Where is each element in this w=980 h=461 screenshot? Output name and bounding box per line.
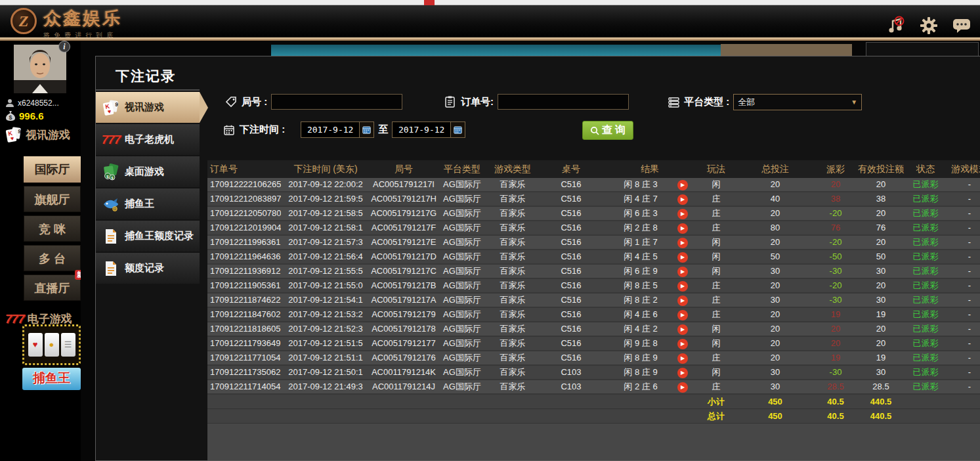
hall-item-flagship[interactable]: 旗舰厅 (24, 186, 81, 212)
cell-result: 闲 2 庄 8▶ (604, 221, 696, 234)
tab-table-games[interactable]: $ $ 桌面游戏 (96, 156, 200, 187)
cell-empty (281, 409, 370, 423)
cell-empty (947, 395, 980, 408)
cell-total-bet: 30 (736, 366, 814, 379)
cell-empty (604, 409, 696, 423)
cell-game: 百家乐 (487, 236, 538, 249)
table-row: 1709122117710542017-09-12 21:51:1AC00517… (207, 351, 980, 366)
cell-game: 百家乐 (487, 322, 538, 336)
column-header: 下注时间 (美东) (281, 160, 370, 178)
tab-credit-records[interactable]: 额度记录 (96, 253, 200, 284)
brand-logo-icon[interactable]: Z (11, 8, 37, 34)
cell-time: 2017-09-12 21:52:3 (281, 322, 370, 336)
bet-time-label: 下注时间 : (240, 123, 285, 136)
tab-fishing-credit-records[interactable]: 捕鱼王额度记录 (96, 221, 200, 252)
result-text: 闲 2 庄 6 (604, 380, 677, 393)
round-number-input[interactable] (271, 94, 402, 110)
order-number-field-group: 订单号: (445, 94, 629, 110)
cell-total-bet: 20 (736, 351, 814, 364)
result-text: 闲 8 庄 5 (604, 279, 677, 292)
cell-game-mode: - (947, 366, 980, 379)
sidebar-section-video[interactable]: 9 K ♥ 视讯游戏 (5, 126, 70, 143)
play-video-icon[interactable]: ▶ (677, 324, 688, 335)
cell-table: C516 (538, 337, 604, 350)
hall-item-jingmi[interactable]: 竞 咪 (24, 215, 81, 242)
cell-valid-bet: 30 (857, 294, 905, 307)
search-button[interactable]: 查 询 (582, 121, 633, 140)
cell-total-bet: 20 (736, 178, 814, 191)
cell-status: 已派彩 (905, 322, 947, 336)
cell-status: 已派彩 (905, 192, 947, 206)
play-video-icon[interactable]: ▶ (677, 223, 688, 234)
cell-round: AC0051791217C (370, 265, 437, 278)
order-number-input[interactable] (498, 94, 629, 110)
play-video-icon[interactable]: ▶ (677, 194, 688, 205)
play-video-icon[interactable]: ▶ (677, 238, 688, 248)
bet-time-field-group: 下注时间 : 2017-9-12 至 2017-9-12 (224, 121, 465, 138)
cell-empty (905, 409, 947, 423)
play-video-icon[interactable]: ▶ (677, 382, 688, 393)
cell-valid-bet: 50 (857, 250, 905, 263)
cell-play-type: 闲 (696, 236, 736, 249)
cell-payout: -20 (814, 279, 857, 292)
cell-payout: 20 (814, 337, 857, 350)
cell-time: 2017-09-12 21:59:5 (281, 192, 370, 206)
slot-reel: ☰ (61, 333, 75, 357)
cell-table: C516 (538, 192, 604, 206)
date-to-value[interactable]: 2017-9-12 (393, 122, 450, 137)
hall-item-international[interactable]: 国际厅 (24, 156, 81, 183)
play-video-icon[interactable]: ▶ (677, 209, 688, 219)
cell-status: 已派彩 (905, 221, 947, 234)
play-video-icon[interactable]: ▶ (677, 339, 688, 349)
cell-payout: 19 (814, 351, 857, 364)
tab-video-games[interactable]: 9 K ♥ 视讯游戏 (96, 92, 200, 123)
column-header: 有效投注额 (857, 160, 905, 178)
tab-fishing-king[interactable]: 捕鱼王 (96, 188, 200, 219)
play-video-icon[interactable]: ▶ (677, 281, 688, 292)
cell-game: 百家乐 (487, 178, 538, 191)
cell-payout: -30 (814, 366, 857, 379)
cell-result: 闲 8 庄 9▶ (604, 366, 696, 379)
play-video-icon[interactable]: ▶ (677, 252, 688, 263)
username: x6248552... (18, 99, 59, 108)
cell-play-type: 闲 (696, 250, 736, 263)
settings-gear-icon[interactable] (919, 16, 939, 35)
tab-slot-machine[interactable]: 777 电子老虎机 (96, 124, 200, 155)
hall-item-multitable[interactable]: 多 台 (24, 245, 81, 271)
column-header: 局号 (370, 160, 437, 178)
slot-reel: ♥ (28, 333, 43, 357)
play-video-icon[interactable]: ▶ (677, 368, 688, 378)
cell-valid-bet: 30 (857, 366, 905, 379)
cell-payout: 28.5 (814, 380, 857, 393)
calendar-button-icon[interactable] (450, 122, 465, 137)
play-video-icon[interactable]: ▶ (677, 296, 688, 306)
cell-table: C103 (538, 366, 604, 379)
play-video-icon[interactable]: ▶ (677, 267, 688, 277)
fishing-king-banner[interactable]: 捕鱼王 (22, 368, 81, 390)
table-row: 1709122117140542017-09-12 21:49:3AC00117… (207, 380, 980, 395)
order-number-label: 订单号: (461, 96, 494, 108)
cell-table: C516 (538, 294, 604, 307)
chat-icon[interactable] (952, 16, 971, 35)
cell-result: 闲 8 庄 3▶ (604, 178, 696, 191)
play-video-icon[interactable]: ▶ (677, 180, 688, 190)
info-icon[interactable]: i (58, 41, 70, 53)
cell-play-type: 闲 (696, 265, 736, 278)
cell-total-bet: 20 (736, 308, 814, 321)
avatar[interactable] (14, 45, 66, 93)
music-muted-icon[interactable] (886, 16, 906, 35)
hall-item-live[interactable]: 直播厅 新 (24, 274, 81, 301)
tab-list: 9 K ♥ 视讯游戏 777 电子老虎机 (96, 89, 200, 285)
play-video-icon[interactable]: ▶ (677, 310, 688, 320)
table-games-icon: $ $ (102, 164, 120, 181)
slot-machine-banner[interactable]: ♥ ● ☰ (22, 324, 81, 365)
date-from-value[interactable]: 2017-9-12 (301, 122, 359, 137)
play-video-icon[interactable]: ▶ (677, 353, 688, 364)
cell-round: AC0011791214K (370, 366, 437, 379)
cell-order: 170912211996361 (207, 236, 281, 249)
calendar-button-icon[interactable] (359, 122, 373, 137)
cell-valid-bet: 20 (857, 236, 905, 249)
platform-type-select[interactable]: 全部 ▼ (733, 94, 862, 110)
cell-platform: AG国际厅 (437, 236, 487, 249)
cell-status: 已派彩 (905, 380, 947, 393)
